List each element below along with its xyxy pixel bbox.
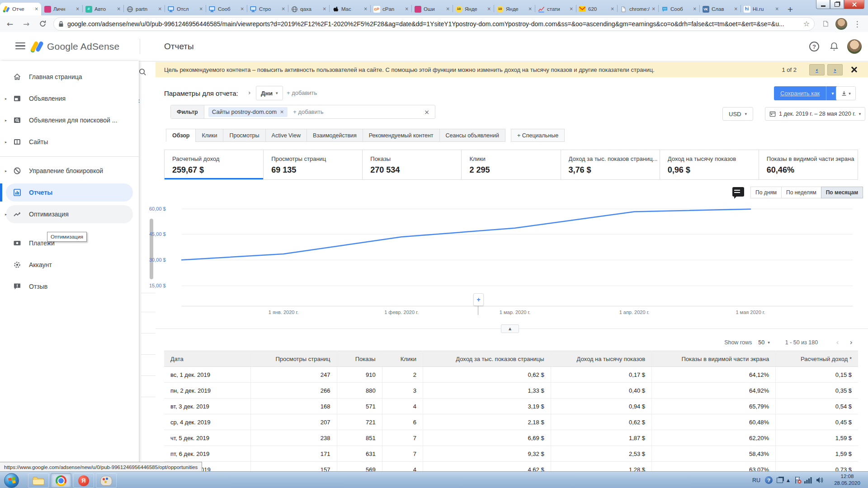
granularity-button-3[interactable]: По месяцам	[821, 187, 863, 198]
tab-close-icon[interactable]: ×	[364, 7, 368, 11]
browser-tab[interactable]: //Авто×	[82, 3, 123, 15]
tab-close-icon[interactable]: ×	[570, 7, 573, 11]
browser-tab[interactable]: Mac×	[329, 3, 370, 15]
tab-close-icon[interactable]: ×	[35, 7, 38, 11]
sidebar-item-главная-страница[interactable]: Главная страница	[0, 66, 139, 88]
bookmark-star-icon[interactable]: ☆	[803, 19, 810, 28]
dimension-chip[interactable]: Дни ▾	[256, 86, 283, 100]
sidebar-item-аккаунт[interactable]: Аккаунт	[0, 254, 139, 276]
currency-select[interactable]: USD ▾	[722, 107, 753, 121]
banner-close-icon[interactable]	[850, 66, 858, 74]
sidebar-item-отчеты[interactable]: Отчеты	[0, 182, 139, 203]
report-tab-8[interactable]: + Специальные	[511, 129, 565, 142]
sidebar-item-объявления-для-поисковой-[interactable]: ▸Объявления для поисковой ...	[0, 109, 139, 131]
forward-button[interactable]: →	[20, 18, 33, 30]
metric-card[interactable]: Доход за тыс. показов страниц...3,76 $	[561, 150, 660, 179]
download-button[interactable]: ▾	[836, 86, 856, 100]
tab-close-icon[interactable]: ×	[405, 7, 409, 11]
tab-close-icon[interactable]: ×	[199, 7, 203, 11]
tab-close-icon[interactable]: ×	[158, 7, 162, 11]
filter-chip[interactable]: Сайты postroy-dom.com ×	[208, 107, 288, 117]
granularity-button-2[interactable]: По неделям	[781, 187, 821, 198]
comment-icon[interactable]	[732, 187, 744, 197]
report-tab-6[interactable]: Рекомендуемый контент	[363, 129, 440, 142]
table-row[interactable]: чт, 5 дек. 201923885176,69 $1,87 $62,20%…	[164, 430, 858, 446]
product-name[interactable]: Google AdSense	[47, 41, 119, 52]
granularity-button-1[interactable]: По дням	[750, 187, 782, 198]
browser-tab[interactable]: Отсл×	[165, 3, 206, 15]
tab-close-icon[interactable]: ×	[446, 7, 450, 11]
browser-tab[interactable]: Сооб×	[658, 3, 699, 15]
report-tab-3[interactable]: Просмотры	[223, 129, 265, 142]
banner-next-button[interactable]: ›	[827, 64, 843, 75]
minimize-button[interactable]	[816, 0, 830, 9]
tab-close-icon[interactable]: ×	[282, 7, 285, 11]
browser-tab[interactable]: cPcPan×	[370, 3, 411, 15]
tab-close-icon[interactable]: ×	[241, 7, 244, 11]
metric-card[interactable]: Клики2 295	[462, 150, 561, 179]
filter-clear-icon[interactable]: ×	[424, 108, 429, 116]
browser-tab[interactable]: Сооб×	[206, 3, 247, 15]
browser-tab[interactable]: partn×	[123, 3, 165, 15]
tray-expand-icon[interactable]: ▲	[787, 472, 790, 488]
sidebar-item-объявления[interactable]: ▸Объявления	[0, 88, 139, 109]
metric-card[interactable]: Показы270 534	[363, 150, 462, 179]
add-dimension-button[interactable]: + добавить	[287, 89, 317, 96]
table-column-header[interactable]: Показы	[337, 351, 382, 367]
tray-window-icon[interactable]	[777, 472, 783, 488]
browser-avatar[interactable]	[835, 18, 847, 30]
tab-close-icon[interactable]: ×	[611, 7, 614, 11]
report-tab-5[interactable]: Взаимодействия	[307, 129, 363, 142]
help-icon[interactable]: ?	[809, 42, 819, 52]
table-column-header[interactable]: Просмотры страниц	[250, 351, 337, 367]
tab-close-icon[interactable]: ×	[117, 7, 121, 11]
search-icon[interactable]	[138, 68, 147, 78]
extension-icon[interactable]	[819, 18, 832, 30]
table-row[interactable]: пн, 2 дек. 201926688031,33 $0,40 $64,92%…	[164, 383, 858, 399]
volume-icon[interactable]	[816, 472, 824, 488]
table-row[interactable]: пт, 6 дек. 201917163179,32 $2,53 $58,43%…	[164, 446, 858, 462]
restore-button[interactable]	[830, 0, 844, 9]
browser-tab[interactable]: hiHi.ru×	[741, 3, 782, 15]
pager-next-icon[interactable]: ›	[850, 338, 853, 347]
metric-card[interactable]: Доход на тысячу показов0,96 $	[660, 150, 759, 179]
browser-tab[interactable]: chrome:/×	[617, 3, 658, 15]
banner-prev-button[interactable]: ‹	[809, 64, 825, 75]
browser-menu-button[interactable]: ⋮	[851, 18, 863, 30]
url-bar[interactable]: google.com/adsense/new/u/0/pub-996124695…	[53, 17, 815, 31]
table-column-header[interactable]: Доход на тысячу показов	[551, 351, 651, 367]
metric-card[interactable]: Расчетный доход259,67 $	[165, 150, 264, 179]
save-as-button[interactable]: Сохранить как	[774, 86, 826, 100]
filter-box[interactable]: Фильтр Сайты postroy-dom.com × + добавит…	[170, 105, 435, 119]
browser-tab[interactable]: 620×	[576, 3, 617, 15]
back-button[interactable]: ←	[4, 18, 16, 30]
save-as-split-button[interactable]: Сохранить как ▾	[774, 86, 839, 100]
network-signal-icon[interactable]	[804, 472, 812, 488]
taskbar-yandex-button[interactable]: Я	[73, 473, 94, 488]
chip-remove-icon[interactable]: ×	[280, 109, 284, 115]
action-center-flag-icon[interactable]	[794, 472, 802, 488]
table-column-header[interactable]: Клики	[382, 351, 423, 367]
reload-button[interactable]	[36, 18, 49, 30]
tab-close-icon[interactable]: ×	[528, 7, 532, 11]
table-row[interactable]: вс, 1 дек. 201924791020,62 $0,17 $64,12%…	[164, 367, 858, 383]
close-button[interactable]	[844, 0, 864, 9]
chart-zoom-handle[interactable]: +	[473, 293, 484, 306]
sidebar-item-управление-блокировкой[interactable]: ▸Управление блокировкой	[0, 160, 139, 182]
tab-close-icon[interactable]: ×	[775, 7, 779, 11]
tab-close-icon[interactable]: ×	[693, 7, 697, 11]
browser-tab[interactable]: Отче×	[0, 3, 41, 15]
tab-close-icon[interactable]: ×	[323, 7, 326, 11]
taskbar-chrome-button[interactable]	[51, 473, 71, 488]
table-row[interactable]: вт, 3 дек. 201916857143,19 $0,94 $65,79%…	[164, 399, 858, 414]
report-tab-1[interactable]: Обзор	[166, 129, 196, 142]
rows-per-page-select[interactable]: 50 ▾	[758, 339, 769, 346]
tray-help-icon[interactable]: ?	[765, 472, 773, 488]
report-tab-2[interactable]: Клики	[195, 129, 223, 142]
menu-hamburger-button[interactable]	[15, 42, 25, 50]
table-column-header[interactable]: Доход за тыс. показов страницы	[423, 351, 551, 367]
browser-tab[interactable]: Личн×	[41, 3, 82, 15]
browser-tab[interactable]: Стро×	[247, 3, 288, 15]
start-button[interactable]	[4, 473, 19, 488]
table-column-header[interactable]: Показы в видимой части экрана	[652, 351, 776, 367]
